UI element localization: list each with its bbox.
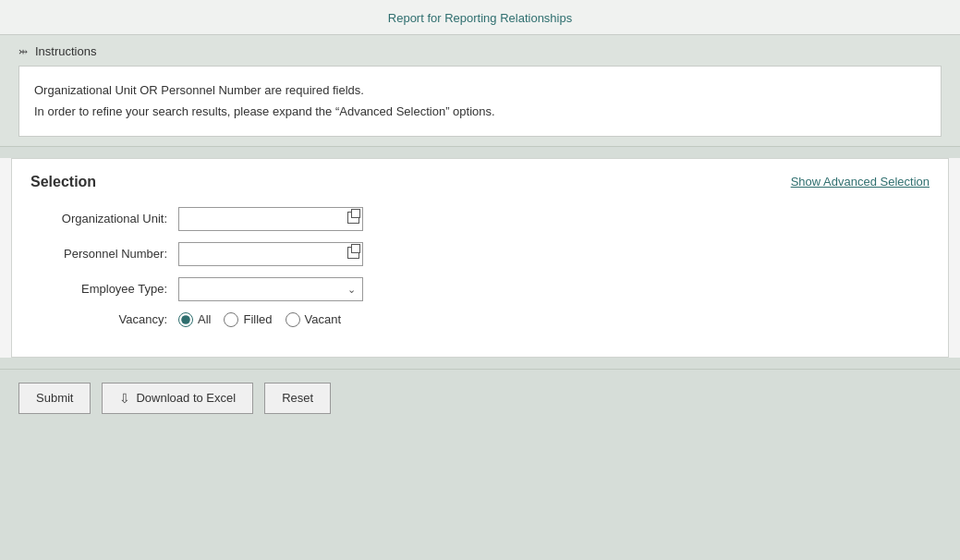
personnel-number-input[interactable] <box>178 242 363 266</box>
vacancy-all-radio[interactable] <box>178 312 193 327</box>
copy-icon <box>347 212 359 224</box>
employee-type-row: Employee Type: ⌄ <box>30 277 930 301</box>
instructions-line2: In order to refine your search results, … <box>34 101 926 122</box>
instructions-toggle[interactable]: ⤔ Instructions <box>18 44 942 58</box>
employee-type-label: Employee Type: <box>30 282 178 296</box>
org-unit-field-wrapper <box>178 207 363 231</box>
personnel-number-label: Personnel Number: <box>30 247 178 261</box>
personnel-number-copy-button[interactable] <box>347 247 359 262</box>
page-title: Report for Reporting Relationships <box>388 11 572 25</box>
reset-button[interactable]: Reset <box>264 383 331 414</box>
page-header: Report for Reporting Relationships <box>0 0 960 35</box>
submit-button[interactable]: Submit <box>18 383 91 414</box>
vacancy-filled-radio[interactable] <box>224 312 238 327</box>
download-icon: ⇩ <box>119 391 130 406</box>
reset-label: Reset <box>282 391 313 405</box>
show-advanced-selection-link[interactable]: Show Advanced Selection <box>791 175 930 189</box>
org-unit-copy-button[interactable] <box>347 212 359 226</box>
chevron-down-icon: ⤔ <box>18 45 28 58</box>
selection-title: Selection <box>30 174 96 190</box>
org-unit-row: Organizational Unit: <box>30 207 930 231</box>
vacancy-label: Vacancy: <box>30 312 178 326</box>
footer-bar: Submit ⇩ Download to Excel Reset <box>0 369 960 427</box>
vacancy-row: Vacancy: All Filled Vacant <box>30 312 930 327</box>
selection-panel: Selection Show Advanced Selection Organi… <box>11 158 949 358</box>
employee-type-select[interactable] <box>178 277 363 301</box>
vacancy-vacant-option[interactable]: Vacant <box>286 312 342 327</box>
instructions-content: Organizational Unit OR Personnel Number … <box>18 66 942 137</box>
org-unit-input[interactable] <box>178 207 363 231</box>
vacancy-vacant-radio[interactable] <box>286 312 300 327</box>
download-excel-button[interactable]: ⇩ Download to Excel <box>102 383 253 414</box>
copy-icon-2 <box>347 247 359 259</box>
vacancy-all-option[interactable]: All <box>178 312 211 327</box>
instructions-label: Instructions <box>35 44 96 58</box>
personnel-number-row: Personnel Number: <box>30 242 930 266</box>
selection-header-row: Selection Show Advanced Selection <box>30 174 930 190</box>
submit-label: Submit <box>36 391 73 405</box>
instructions-section: ⤔ Instructions Organizational Unit OR Pe… <box>0 35 960 147</box>
employee-type-select-wrapper: ⌄ <box>178 277 363 301</box>
personnel-number-field-wrapper <box>178 242 363 266</box>
vacancy-radio-group: All Filled Vacant <box>178 312 341 327</box>
download-label: Download to Excel <box>136 391 236 405</box>
instructions-line1: Organizational Unit OR Personnel Number … <box>34 79 926 101</box>
vacancy-filled-label: Filled <box>243 312 272 326</box>
org-unit-label: Organizational Unit: <box>30 212 178 225</box>
main-content: Selection Show Advanced Selection Organi… <box>0 158 960 358</box>
vacancy-filled-option[interactable]: Filled <box>224 312 272 327</box>
vacancy-all-label: All <box>198 312 211 326</box>
vacancy-vacant-label: Vacant <box>305 312 342 326</box>
